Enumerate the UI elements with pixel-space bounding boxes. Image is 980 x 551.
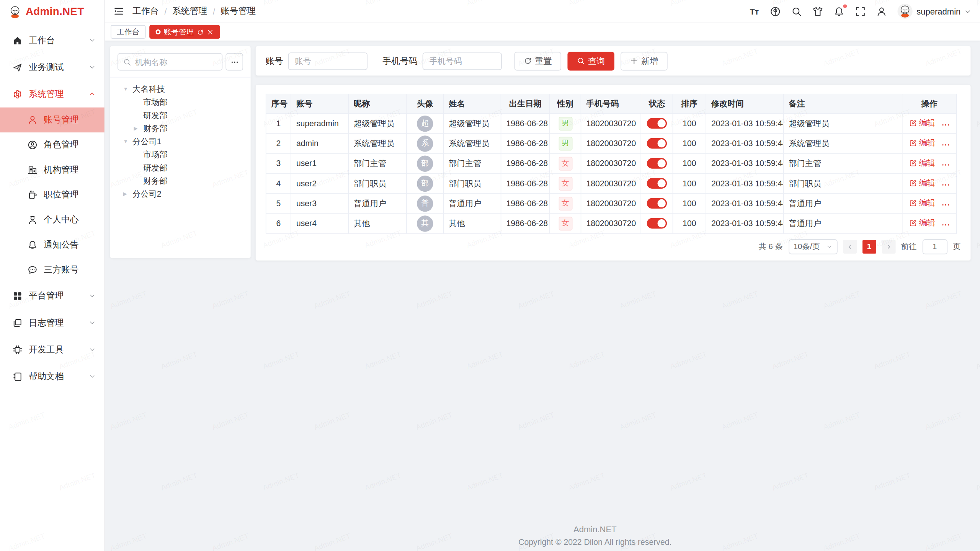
ellipsis-icon[interactable] xyxy=(941,140,950,149)
tree-node-label: 大名科技 xyxy=(132,83,165,95)
column-header-index: 序号 xyxy=(266,94,291,114)
tab-close-icon[interactable] xyxy=(207,28,214,35)
sidebar-item[interactable]: 帮助文档 xyxy=(0,363,105,390)
language-icon[interactable] xyxy=(770,6,781,17)
status-toggle[interactable] xyxy=(647,218,667,229)
sidebar: Admin.NET 工作台业务测试系统管理账号管理角色管理机构管理职位管理个人中… xyxy=(0,0,105,551)
status-toggle[interactable] xyxy=(647,198,667,209)
chevron-down-icon xyxy=(826,244,832,250)
org-tree-more-button[interactable] xyxy=(225,53,243,71)
tab-refresh-icon[interactable] xyxy=(197,28,204,35)
status-toggle[interactable] xyxy=(647,118,667,129)
cell-remark: 普通用户 xyxy=(784,193,902,213)
cell-sort: 100 xyxy=(673,134,706,153)
add-button[interactable]: 新增 xyxy=(621,52,667,70)
user-menu[interactable]: superadmin xyxy=(898,4,971,19)
sidebar-subitem[interactable]: 机构管理 xyxy=(0,157,105,182)
sidebar-item[interactable]: 开发工具 xyxy=(0,336,105,363)
tree-node[interactable]: 市场部 xyxy=(110,148,250,161)
collapse-sidebar-icon[interactable] xyxy=(114,6,124,16)
tree-caret-icon[interactable]: ▶ xyxy=(123,191,132,197)
tab-label: 工作台 xyxy=(117,26,139,37)
status-toggle[interactable] xyxy=(647,178,667,189)
cell-birth: 1986-06-28 xyxy=(501,134,550,153)
row-avatar: 其 xyxy=(417,215,433,231)
sidebar-subitem[interactable]: 三方账号 xyxy=(0,258,105,282)
goto-page-input[interactable] xyxy=(922,239,947,254)
home-icon xyxy=(13,35,23,45)
edit-button[interactable]: 编辑 xyxy=(909,117,936,129)
breadcrumb-item[interactable]: 工作台 xyxy=(132,6,159,17)
search-icon[interactable] xyxy=(792,6,802,17)
tree-node[interactable]: 研发部 xyxy=(110,109,250,122)
cell-name: 部门主管 xyxy=(443,153,501,173)
edit-icon xyxy=(909,139,917,147)
sidebar-subitem[interactable]: 职位管理 xyxy=(0,183,105,207)
sidebar-item[interactable]: 系统管理 xyxy=(0,81,105,108)
refresh-icon xyxy=(524,57,532,65)
notification-bell-icon[interactable] xyxy=(834,6,845,17)
edit-button[interactable]: 编辑 xyxy=(909,197,936,209)
sidebar-item[interactable]: 日志管理 xyxy=(0,309,105,336)
sidebar-item-label: 工作台 xyxy=(29,35,89,46)
cell-nickname: 普通用户 xyxy=(348,193,407,213)
breadcrumb-item[interactable]: 账号管理 xyxy=(221,6,256,17)
sidebar-item[interactable]: 平台管理 xyxy=(0,282,105,309)
account-input[interactable] xyxy=(288,52,368,70)
org-search-input[interactable] xyxy=(135,57,217,66)
edit-button[interactable]: 编辑 xyxy=(909,178,936,189)
sidebar-subitem[interactable]: 账号管理 xyxy=(0,108,105,132)
cell-modified: 2023-01-03 10:59:44 xyxy=(706,134,783,153)
status-toggle[interactable] xyxy=(647,138,667,149)
logo[interactable]: Admin.NET xyxy=(0,0,105,23)
tab[interactable]: 账号管理 xyxy=(149,25,220,39)
tree-node-label: 市场部 xyxy=(143,96,168,108)
page-size-select[interactable]: 10条/页 xyxy=(789,239,837,254)
user-icon[interactable] xyxy=(877,6,887,17)
edit-button[interactable]: 编辑 xyxy=(909,158,936,169)
ellipsis-icon[interactable] xyxy=(941,180,950,189)
chat-icon xyxy=(28,265,38,275)
tree-caret-icon[interactable]: ▶ xyxy=(134,126,143,131)
sidebar-item[interactable]: 业务测试 xyxy=(0,54,105,80)
query-button[interactable]: 查询 xyxy=(567,52,614,70)
next-page-button[interactable] xyxy=(882,240,895,254)
footer-title: Admin.NET xyxy=(210,525,980,534)
sidebar-subitem[interactable]: 角色管理 xyxy=(0,132,105,157)
theme-icon[interactable] xyxy=(813,6,823,17)
cell-phone: 18020030720 xyxy=(581,173,641,193)
tree-caret-icon[interactable]: ▼ xyxy=(123,86,132,92)
breadcrumb-item[interactable]: 系统管理 xyxy=(172,6,207,17)
sidebar-subitem-label: 机构管理 xyxy=(44,164,96,175)
tree-node[interactable]: ▶分公司2 xyxy=(110,187,250,201)
column-header-birth: 出生日期 xyxy=(501,94,550,114)
sidebar-item[interactable]: 工作台 xyxy=(0,27,105,54)
sidebar-subitem[interactable]: 个人中心 xyxy=(0,207,105,232)
edit-button[interactable]: 编辑 xyxy=(909,138,936,149)
ellipsis-icon[interactable] xyxy=(941,121,950,129)
tree-node[interactable]: 财务部 xyxy=(110,174,250,187)
profile-icon xyxy=(28,215,38,225)
fullscreen-icon[interactable] xyxy=(855,6,866,17)
tree-caret-icon[interactable]: ▼ xyxy=(123,139,132,144)
prev-page-button[interactable] xyxy=(843,240,857,254)
page-size-value: 10条/页 xyxy=(794,241,820,252)
row-avatar: 超 xyxy=(417,115,433,131)
ellipsis-icon[interactable] xyxy=(941,220,950,229)
font-size-icon[interactable]: Tт xyxy=(749,6,760,17)
cell-nickname: 超级管理员 xyxy=(348,113,407,133)
reset-button[interactable]: 重置 xyxy=(514,52,561,70)
tree-node[interactable]: 研发部 xyxy=(110,161,250,174)
ellipsis-icon[interactable] xyxy=(941,160,950,169)
tree-node[interactable]: ▼大名科技 xyxy=(110,83,250,96)
phone-input[interactable] xyxy=(423,52,502,70)
edit-button[interactable]: 编辑 xyxy=(909,218,936,229)
tree-node[interactable]: ▶财务部 xyxy=(110,122,250,135)
sidebar-subitem[interactable]: 通知公告 xyxy=(0,232,105,257)
ellipsis-icon[interactable] xyxy=(941,201,950,209)
tree-node[interactable]: ▼分公司1 xyxy=(110,135,250,148)
page-number-button[interactable]: 1 xyxy=(862,240,876,254)
tree-node[interactable]: 市场部 xyxy=(110,96,250,109)
status-toggle[interactable] xyxy=(647,158,667,169)
tab[interactable]: 工作台 xyxy=(111,25,145,39)
